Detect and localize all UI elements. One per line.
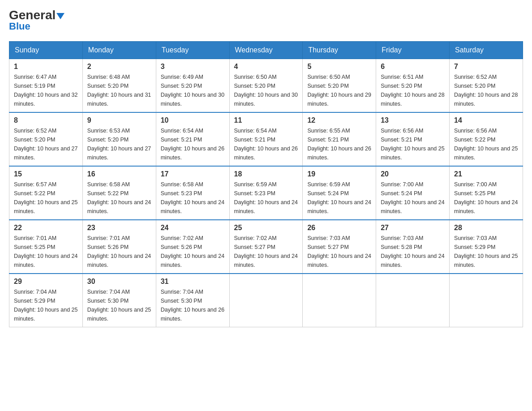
day-number: 18 [234, 170, 298, 178]
calendar-cell: 23 Sunrise: 7:01 AMSunset: 5:26 PMDaylig… [82, 220, 156, 274]
day-number: 8 [14, 116, 78, 124]
logo-blue: Blue [9, 21, 30, 32]
day-number: 10 [161, 116, 225, 124]
day-number: 12 [307, 116, 371, 124]
header-saturday: Saturday [450, 42, 523, 59]
day-info: Sunrise: 6:50 AMSunset: 5:20 PMDaylight:… [234, 74, 298, 107]
day-info: Sunrise: 6:56 AMSunset: 5:21 PMDaylight:… [381, 128, 444, 161]
day-number: 5 [307, 63, 371, 71]
day-number: 24 [161, 224, 225, 232]
day-info: Sunrise: 7:01 AMSunset: 5:26 PMDaylight:… [87, 235, 151, 268]
day-number: 23 [87, 224, 151, 232]
calendar-cell: 7 Sunrise: 6:52 AMSunset: 5:20 PMDayligh… [450, 59, 523, 113]
day-info: Sunrise: 7:04 AMSunset: 5:29 PMDaylight:… [14, 289, 77, 322]
calendar-cell: 21 Sunrise: 7:00 AMSunset: 5:25 PMDaylig… [450, 166, 523, 220]
day-info: Sunrise: 7:03 AMSunset: 5:29 PMDaylight:… [454, 235, 518, 268]
calendar-cell [303, 274, 376, 327]
day-info: Sunrise: 7:03 AMSunset: 5:27 PMDaylight:… [307, 235, 371, 268]
day-info: Sunrise: 6:59 AMSunset: 5:23 PMDaylight:… [234, 181, 298, 214]
calendar-cell: 9 Sunrise: 6:53 AMSunset: 5:20 PMDayligh… [82, 112, 156, 166]
day-number: 9 [87, 116, 151, 124]
page-header: General Blue [9, 9, 523, 32]
day-number: 17 [161, 170, 225, 178]
day-number: 21 [454, 170, 518, 178]
day-info: Sunrise: 6:57 AMSunset: 5:22 PMDaylight:… [14, 181, 77, 214]
day-info: Sunrise: 6:52 AMSunset: 5:20 PMDaylight:… [454, 74, 518, 107]
day-info: Sunrise: 7:00 AMSunset: 5:25 PMDaylight:… [454, 181, 518, 214]
header-thursday: Thursday [303, 42, 376, 59]
calendar-cell: 31 Sunrise: 7:04 AMSunset: 5:30 PMDaylig… [156, 274, 229, 327]
calendar-cell [229, 274, 303, 327]
calendar-cell: 3 Sunrise: 6:49 AMSunset: 5:20 PMDayligh… [156, 59, 229, 113]
day-info: Sunrise: 6:54 AMSunset: 5:21 PMDaylight:… [234, 128, 298, 161]
day-info: Sunrise: 6:52 AMSunset: 5:20 PMDaylight:… [14, 128, 77, 161]
header-wednesday: Wednesday [229, 42, 303, 59]
day-info: Sunrise: 6:55 AMSunset: 5:21 PMDaylight:… [307, 128, 371, 161]
week-row-2: 8 Sunrise: 6:52 AMSunset: 5:20 PMDayligh… [9, 112, 523, 166]
day-number: 20 [381, 170, 445, 178]
calendar-cell: 19 Sunrise: 6:59 AMSunset: 5:24 PMDaylig… [303, 166, 376, 220]
calendar-cell [450, 274, 523, 327]
day-number: 1 [14, 63, 78, 71]
day-number: 11 [234, 116, 298, 124]
calendar-cell: 26 Sunrise: 7:03 AMSunset: 5:27 PMDaylig… [303, 220, 376, 274]
calendar-cell: 6 Sunrise: 6:51 AMSunset: 5:20 PMDayligh… [376, 59, 450, 113]
week-row-3: 15 Sunrise: 6:57 AMSunset: 5:22 PMDaylig… [9, 166, 523, 220]
day-info: Sunrise: 7:01 AMSunset: 5:25 PMDaylight:… [14, 235, 77, 268]
day-info: Sunrise: 7:04 AMSunset: 5:30 PMDaylight:… [87, 289, 151, 322]
day-info: Sunrise: 6:47 AMSunset: 5:19 PMDaylight:… [14, 74, 77, 107]
calendar-cell: 13 Sunrise: 6:56 AMSunset: 5:21 PMDaylig… [376, 112, 450, 166]
calendar-table: SundayMondayTuesdayWednesdayThursdayFrid… [9, 41, 523, 327]
day-number: 7 [454, 63, 518, 71]
calendar-cell: 8 Sunrise: 6:52 AMSunset: 5:20 PMDayligh… [9, 112, 83, 166]
calendar-cell [376, 274, 450, 327]
day-number: 29 [14, 278, 78, 286]
calendar-cell: 27 Sunrise: 7:03 AMSunset: 5:28 PMDaylig… [376, 220, 450, 274]
day-info: Sunrise: 6:59 AMSunset: 5:24 PMDaylight:… [307, 181, 371, 214]
calendar-cell: 14 Sunrise: 6:56 AMSunset: 5:22 PMDaylig… [450, 112, 523, 166]
day-info: Sunrise: 6:50 AMSunset: 5:20 PMDaylight:… [307, 74, 371, 107]
logo-name: General [9, 9, 64, 21]
day-number: 31 [161, 278, 225, 286]
day-info: Sunrise: 7:02 AMSunset: 5:27 PMDaylight:… [234, 235, 298, 268]
day-info: Sunrise: 6:53 AMSunset: 5:20 PMDaylight:… [87, 128, 151, 161]
day-number: 15 [14, 170, 78, 178]
calendar-cell: 17 Sunrise: 6:58 AMSunset: 5:23 PMDaylig… [156, 166, 229, 220]
day-info: Sunrise: 7:03 AMSunset: 5:28 PMDaylight:… [381, 235, 444, 268]
calendar-cell: 10 Sunrise: 6:54 AMSunset: 5:21 PMDaylig… [156, 112, 229, 166]
day-info: Sunrise: 6:51 AMSunset: 5:20 PMDaylight:… [381, 74, 444, 107]
day-number: 25 [234, 224, 298, 232]
calendar-cell: 1 Sunrise: 6:47 AMSunset: 5:19 PMDayligh… [9, 59, 83, 113]
day-info: Sunrise: 6:58 AMSunset: 5:22 PMDaylight:… [87, 181, 151, 214]
week-row-5: 29 Sunrise: 7:04 AMSunset: 5:29 PMDaylig… [9, 274, 523, 327]
calendar-cell: 2 Sunrise: 6:48 AMSunset: 5:20 PMDayligh… [82, 59, 156, 113]
day-info: Sunrise: 6:58 AMSunset: 5:23 PMDaylight:… [161, 181, 224, 214]
calendar-cell: 11 Sunrise: 6:54 AMSunset: 5:21 PMDaylig… [229, 112, 303, 166]
day-number: 6 [381, 63, 445, 71]
calendar-cell: 12 Sunrise: 6:55 AMSunset: 5:21 PMDaylig… [303, 112, 376, 166]
day-info: Sunrise: 7:02 AMSunset: 5:26 PMDaylight:… [161, 235, 224, 268]
day-number: 19 [307, 170, 371, 178]
calendar-header-row: SundayMondayTuesdayWednesdayThursdayFrid… [9, 42, 523, 59]
calendar-cell: 29 Sunrise: 7:04 AMSunset: 5:29 PMDaylig… [9, 274, 83, 327]
calendar-cell: 15 Sunrise: 6:57 AMSunset: 5:22 PMDaylig… [9, 166, 83, 220]
day-number: 30 [87, 278, 151, 286]
header-monday: Monday [82, 42, 156, 59]
calendar-cell: 22 Sunrise: 7:01 AMSunset: 5:25 PMDaylig… [9, 220, 83, 274]
calendar-cell: 30 Sunrise: 7:04 AMSunset: 5:30 PMDaylig… [82, 274, 156, 327]
calendar-cell: 5 Sunrise: 6:50 AMSunset: 5:20 PMDayligh… [303, 59, 376, 113]
calendar-cell: 4 Sunrise: 6:50 AMSunset: 5:20 PMDayligh… [229, 59, 303, 113]
day-info: Sunrise: 7:00 AMSunset: 5:24 PMDaylight:… [381, 181, 444, 214]
day-number: 16 [87, 170, 151, 178]
logo: General Blue [9, 9, 64, 32]
header-sunday: Sunday [9, 42, 83, 59]
calendar-cell: 20 Sunrise: 7:00 AMSunset: 5:24 PMDaylig… [376, 166, 450, 220]
day-info: Sunrise: 6:48 AMSunset: 5:20 PMDaylight:… [87, 74, 151, 107]
week-row-4: 22 Sunrise: 7:01 AMSunset: 5:25 PMDaylig… [9, 220, 523, 274]
calendar-cell: 16 Sunrise: 6:58 AMSunset: 5:22 PMDaylig… [82, 166, 156, 220]
header-friday: Friday [376, 42, 450, 59]
day-number: 3 [161, 63, 225, 71]
calendar-cell: 18 Sunrise: 6:59 AMSunset: 5:23 PMDaylig… [229, 166, 303, 220]
day-number: 14 [454, 116, 518, 124]
day-number: 13 [381, 116, 445, 124]
